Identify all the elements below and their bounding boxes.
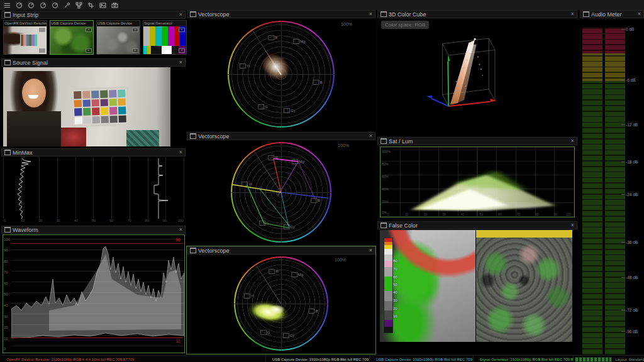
- wall-shadow: [157, 67, 170, 146]
- panel-title: Vectorscope: [198, 133, 230, 140]
- upper-limit-label: 96: [175, 238, 180, 242]
- image-icon[interactable]: [98, 1, 108, 9]
- input-thumbnail[interactable]: Signal Generator 1920x1080p RGB 8bit ful…: [143, 20, 187, 55]
- close-icon[interactable]: ×: [179, 227, 182, 233]
- tick-label: 40: [4, 304, 8, 307]
- vectorscope-header[interactable]: Vectorscope ×: [187, 246, 375, 255]
- target-Mg: Mg: [291, 272, 303, 277]
- tick-label: 90: [163, 219, 167, 222]
- thumbnail-image: [143, 26, 186, 54]
- source-status: Signal Generator: 1920x1080p RGB 8bit fu…: [474, 356, 574, 362]
- scale-label: 100%: [335, 258, 346, 262]
- color-checker: [70, 86, 130, 127]
- camera-icon: [179, 28, 185, 32]
- panel-icon: [4, 12, 11, 18]
- sat-lum-header[interactable]: Sat / Lum ×: [377, 137, 577, 145]
- color-cube-header[interactable]: 3D Color Cube ×: [377, 10, 577, 18]
- camera-icon: [86, 28, 92, 32]
- db-label: -18 dB: [626, 160, 638, 164]
- sat-lum-trace: [380, 147, 574, 217]
- source-status: OpenFX DaVinci Resolve: 1920x1080p RGB 4…: [0, 356, 266, 362]
- panel-title: Vectorscope: [198, 11, 230, 18]
- close-icon[interactable]: ×: [369, 11, 372, 17]
- false-color-header[interactable]: False Color ×: [377, 221, 577, 229]
- tick-label: 40: [74, 219, 78, 222]
- tick-label: 20: [4, 326, 8, 329]
- db-label: -72 dB: [626, 308, 638, 312]
- close-icon[interactable]: ×: [179, 150, 182, 155]
- close-icon[interactable]: ×: [179, 12, 182, 18]
- scope-icon[interactable]: [14, 1, 24, 9]
- tick-label: 50: [4, 292, 8, 296]
- camera-icon[interactable]: [110, 1, 119, 9]
- minmax-header[interactable]: MinMax ×: [1, 148, 186, 156]
- vectorscope-header[interactable]: Vectorscope ×: [187, 132, 375, 140]
- crop-icon[interactable]: [86, 1, 96, 9]
- source-status: USB Capture Device: 1920x1080p RGB 8bit …: [266, 356, 370, 362]
- scope-workspace: Input Strip × OpenFX DaVinci Resolve 192…: [0, 0, 644, 362]
- close-icon[interactable]: ×: [369, 133, 372, 139]
- panel-title: False Color: [389, 222, 418, 229]
- db-label: -6 dB: [626, 78, 636, 82]
- input-thumbnail[interactable]: USB Capture Device 1920x1080p RGB 8bit f…: [96, 20, 140, 55]
- menu-icon[interactable]: [3, 1, 12, 9]
- audio-meter-header[interactable]: Audio Meter ×: [580, 10, 644, 18]
- color-cube-panel: 3D Color Cube × Color space: RGB: [377, 10, 577, 136]
- db-label: -12 dB: [626, 123, 638, 127]
- input-thumbnail-selected[interactable]: USB Capture Device 1920x1080p RGB 8bit f…: [50, 20, 94, 55]
- vectorscope-panel-2: Vectorscope × 100% R Mg B Yl G Cy: [187, 132, 375, 245]
- tick-label: 30: [56, 219, 60, 222]
- db-label: -24 dB: [626, 192, 638, 197]
- camera-icon: [179, 48, 185, 53]
- tick-label: 100: [178, 219, 184, 222]
- camera-icon: [39, 48, 45, 53]
- close-icon[interactable]: ×: [571, 138, 574, 144]
- tick-label: 60: [4, 282, 8, 285]
- waveform-header[interactable]: Waveform ×: [1, 226, 186, 234]
- close-icon[interactable]: ×: [179, 60, 182, 65]
- vectorscope-header[interactable]: Vectorscope ×: [187, 10, 375, 18]
- db-tick: [621, 310, 625, 310]
- target-R: R: [268, 35, 277, 40]
- panel-icon: [4, 150, 11, 155]
- scale-tick: 70: [393, 267, 397, 271]
- db-tick: [621, 162, 625, 162]
- panel-icon: [4, 227, 11, 233]
- close-icon[interactable]: ×: [571, 11, 574, 17]
- panel-icon: [190, 133, 196, 139]
- close-icon[interactable]: ×: [638, 11, 641, 17]
- scope-icon[interactable]: [38, 1, 48, 9]
- layout-label: Layout: Standard: [615, 358, 644, 361]
- scope-icon[interactable]: [26, 1, 36, 9]
- tick-label: 20: [38, 219, 42, 222]
- tick-label: 0: [4, 219, 6, 222]
- panel-icon: [190, 248, 196, 253]
- close-icon[interactable]: ×: [571, 222, 574, 228]
- color-cube-plot: [415, 21, 541, 133]
- panel-title: Source Signal: [13, 60, 48, 66]
- close-icon[interactable]: ×: [369, 248, 372, 253]
- tick-label: 80: [145, 219, 149, 222]
- tick-label: 10: [4, 337, 8, 341]
- db-tick: [621, 80, 625, 80]
- node-graph-icon[interactable]: [74, 1, 84, 9]
- db-tick: [621, 277, 625, 278]
- target-G: G: [258, 104, 268, 109]
- db-label: 0 dB: [626, 27, 634, 31]
- vectorscope-graticule: 100% R Mg B Yl G Cy: [231, 142, 331, 243]
- panel-icon: [380, 138, 387, 144]
- color-picker-icon[interactable]: [62, 1, 72, 9]
- tick-label: 60: [109, 219, 113, 222]
- db-tick: [621, 124, 625, 125]
- scale-label: 100%: [341, 22, 352, 26]
- scope-icon[interactable]: [50, 1, 60, 9]
- panel-icon: [4, 60, 11, 65]
- tick-label: 30: [4, 315, 8, 319]
- tick-label: 70: [127, 219, 131, 222]
- waveform-panel: Waveform × 100 90 80 70 60 50 40 30 20 1…: [1, 226, 186, 354]
- source-signal-header[interactable]: Source Signal ×: [1, 58, 186, 67]
- tick-label: 10: [21, 219, 25, 222]
- input-strip-header[interactable]: Input Strip ×: [1, 11, 186, 19]
- input-thumbnail[interactable]: OpenFX DaVinci Resolve 1920x1080p RGB 4:…: [3, 20, 47, 55]
- scale-tick: 20: [393, 307, 397, 310]
